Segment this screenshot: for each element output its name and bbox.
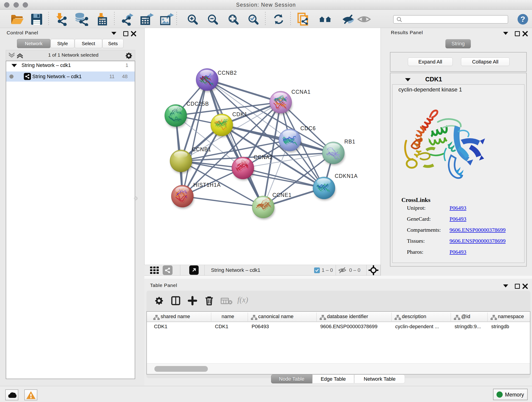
svg-text:HIST1H1A: HIST1H1A — [193, 182, 221, 188]
svg-text:CDK1: CDK1 — [232, 111, 247, 117]
svg-text:CCNA1: CCNA1 — [291, 89, 311, 95]
svg-text:CCNB2: CCNB2 — [218, 70, 237, 76]
svg-text:CCNA2: CCNA2 — [254, 154, 273, 160]
svg-text:CDC25B: CDC25B — [186, 101, 209, 107]
svg-text:CDC6: CDC6 — [300, 125, 316, 131]
svg-text:CCNE1: CCNE1 — [272, 192, 292, 198]
svg-text:CDKN1A: CDKN1A — [335, 173, 358, 179]
svg-text:CCNB1: CCNB1 — [192, 147, 211, 153]
svg-text:RB1: RB1 — [344, 139, 355, 145]
